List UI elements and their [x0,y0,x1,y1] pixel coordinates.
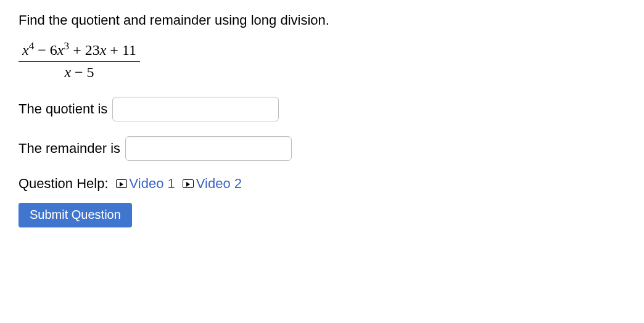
video-link-1[interactable]: Video 1 [116,176,175,192]
video-link-1-label: Video 1 [130,176,175,192]
fraction-numerator: x4 − 6x3 + 23x + 11 [19,42,140,62]
remainder-input[interactable] [125,136,292,161]
remainder-label: The remainder is [19,141,120,157]
question-instruction: Find the quotient and remainder using lo… [19,12,625,28]
quotient-label: The quotient is [19,101,107,117]
question-help-row: Question Help: Video 1 Video 2 [19,176,625,192]
quotient-input[interactable] [112,97,279,121]
question-help-label: Question Help: [19,176,109,192]
play-icon [183,179,194,188]
fraction-denominator: x − 5 [19,62,140,81]
video-link-2[interactable]: Video 2 [183,176,242,192]
quotient-row: The quotient is [19,97,625,121]
submit-question-button[interactable]: Submit Question [19,203,132,227]
remainder-row: The remainder is [19,136,625,161]
math-fraction: x4 − 6x3 + 23x + 11 x − 5 [19,42,140,81]
video-link-2-label: Video 2 [196,176,242,192]
play-icon [116,179,127,188]
